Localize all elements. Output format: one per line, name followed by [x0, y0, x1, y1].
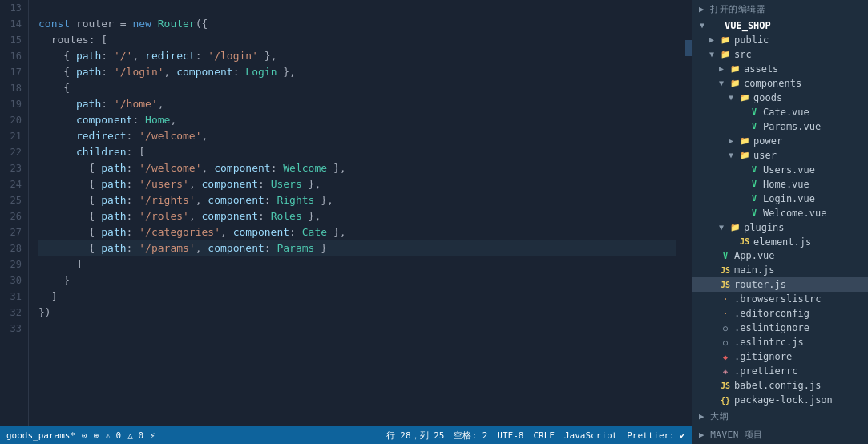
root-folder[interactable]: ▼VUE_SHOP [692, 18, 868, 33]
token-punct: } [314, 242, 327, 254]
code-line: { path: '/roles', component: Roles }, [38, 208, 676, 224]
tree-item--editorconfig[interactable]: ·.editorconfig [692, 306, 868, 321]
code-line: { [38, 80, 676, 96]
folder-icon: 📁 [737, 136, 752, 145]
token-punct: , [158, 98, 164, 110]
code-line: path: '/home', [38, 96, 676, 112]
folder-arrow: ▶ [705, 35, 718, 44]
tree-label: user [753, 150, 868, 161]
tree-item-plugins[interactable]: ▼📁plugins [692, 220, 868, 235]
tree-item-element-js[interactable]: JSelement.js [692, 235, 868, 249]
line-number: 19 [6, 96, 22, 112]
tree-item-babel-config-js[interactable]: JSbabel.config.js [692, 378, 868, 393]
tree-item--eslintignore[interactable]: ○.eslintignore [692, 321, 868, 335]
tree-item--browserslistrc[interactable]: ·.browserslistrc [692, 292, 868, 306]
vue-icon: V [747, 122, 761, 131]
folder-icon: 📁 [728, 79, 742, 87]
code-content[interactable]: const router = new Router({ routes: [ { … [29, 0, 685, 426]
token-prop: path [101, 210, 126, 222]
token-punct: , [132, 50, 145, 62]
line-number: 22 [6, 144, 22, 160]
tree-item--eslintrc-js[interactable]: ○.eslintrc.js [692, 335, 868, 349]
tree-item--gitignore[interactable]: ◆.gitignore [692, 349, 868, 364]
tree-label: App.vue [734, 250, 868, 261]
token-punct: : [101, 66, 114, 78]
token-plain: ] [38, 290, 57, 302]
line-ending: CRLF [533, 430, 555, 441]
tree-item-public[interactable]: ▶📁public [692, 33, 868, 47]
line-number: 14 [6, 16, 22, 32]
folder-arrow: ▼ [725, 151, 737, 159]
tree-label: router.js [734, 279, 868, 290]
token-punct: : [264, 194, 277, 206]
tree-label: power [753, 135, 868, 147]
language-mode[interactable]: JavaScript [564, 430, 617, 441]
tree-item--prettierrc[interactable]: ◈.prettierrc [692, 364, 868, 378]
token-punct: }, [327, 162, 345, 174]
token-str: '/categories' [139, 226, 220, 238]
open-editors-section[interactable]: ▶ 打开的编辑器 [692, 0, 868, 18]
tree-item-users-vue[interactable]: VUsers.vue [692, 163, 868, 177]
token-prop: redirect [145, 50, 196, 62]
prettier-status: Prettier: ✔ [627, 430, 685, 441]
line-numbers: 1314151617181920212223242526272829303132… [0, 0, 29, 426]
tree-item-components[interactable]: ▼📁components [692, 76, 868, 91]
tree-item-assets[interactable]: ▶📁assets [692, 62, 868, 76]
tree-item-user[interactable]: ▼📁user [692, 148, 868, 163]
folder-icon: 📁 [728, 64, 742, 73]
token-punct: , [189, 210, 202, 222]
tree-label: .eslintrc.js [734, 337, 868, 348]
spacer [705, 266, 718, 275]
spacer [705, 295, 718, 304]
token-str: '/' [114, 50, 132, 62]
spacer [705, 252, 718, 260]
spacer [734, 165, 747, 174]
tree-item-goods[interactable]: ▼📁goods [692, 91, 868, 105]
token-punct: { [38, 210, 101, 222]
folder-icon: 📁 [718, 50, 733, 59]
line-number: 24 [6, 176, 22, 192]
token-punct: : [258, 210, 271, 222]
sidebar-bottom-section[interactable]: ▶ MAVEN 项目 [692, 426, 868, 444]
token-plain [151, 18, 158, 30]
token-component-name: Login [245, 66, 277, 78]
config-icon: · [718, 309, 733, 318]
line-number: 13 [6, 0, 22, 16]
tree-item-main-js[interactable]: JSmain.js [692, 263, 868, 277]
code-line: component: Home, [38, 112, 676, 128]
token-punct: , [202, 162, 215, 174]
token-punct: , [202, 130, 208, 142]
tree-item-package-lock-json[interactable]: {}package-lock.json [692, 393, 868, 407]
folder-icon: 📁 [728, 223, 742, 232]
token-plain [38, 130, 76, 142]
sidebar-bottom-section[interactable]: ▶ 大纲 [692, 407, 868, 426]
token-punct: { [38, 178, 101, 190]
tree-item-src[interactable]: ▼📁src [692, 47, 868, 62]
token-punct: : [132, 114, 145, 126]
tree-item-power[interactable]: ▶📁power [692, 134, 868, 148]
token-plain: routes [38, 34, 89, 46]
json-icon: {} [718, 396, 733, 405]
js-active-icon: JS [718, 281, 733, 289]
tree-item-params-vue[interactable]: VParams.vue [692, 119, 868, 134]
code-line: } [38, 272, 676, 289]
token-prop: path [101, 178, 126, 190]
tree-item-cate-vue[interactable]: VCate.vue [692, 105, 868, 119]
spacer [705, 367, 718, 376]
spacer [725, 237, 737, 246]
token-punct: : [127, 226, 139, 238]
tree-label: assets [744, 63, 868, 75]
tree-item-welcome-vue[interactable]: VWelcome.vue [692, 206, 868, 220]
token-punct: : [264, 242, 277, 254]
code-line: { path: '/', redirect: '/login' }, [38, 48, 676, 64]
tree-item-login-vue[interactable]: VLogin.vue [692, 192, 868, 206]
token-component-name: Home [145, 114, 170, 126]
tree-item-home-vue[interactable]: VHome.vue [692, 177, 868, 192]
token-punct: , [196, 194, 208, 206]
code-line [38, 0, 676, 16]
token-punct: }, [277, 66, 295, 78]
folder-arrow: ▼ [725, 93, 737, 102]
tree-item-app-vue[interactable]: VApp.vue [692, 249, 868, 264]
code-line: { path: '/welcome', component: Welcome }… [38, 160, 676, 176]
tree-item-router-js[interactable]: JSrouter.js [692, 277, 868, 292]
